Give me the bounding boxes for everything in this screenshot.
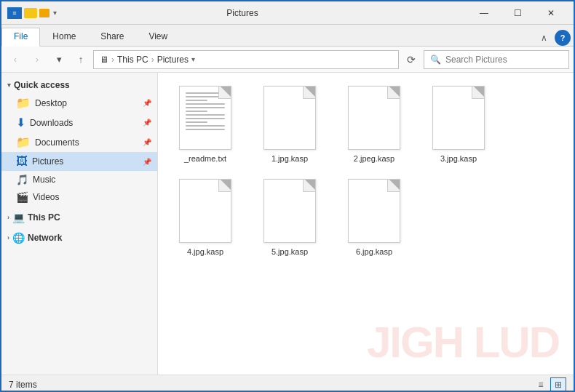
title-bar: ≡ ▾ Pictures — ☐ ✕ <box>1 1 574 25</box>
file-icon-2 <box>348 86 400 150</box>
network-icon: 🌐 <box>12 232 25 244</box>
file-item-2[interactable]: 2.jpeg.kasp <box>334 80 414 169</box>
file-item-4[interactable]: 4.jpg.kasp <box>165 173 245 262</box>
network-label: Network <box>28 233 62 243</box>
file-icon-3 <box>432 86 485 150</box>
file-name-1: 1.jpg.kasp <box>271 154 308 163</box>
quick-access-label: Quick access <box>14 80 70 90</box>
file-icon-readme <box>179 86 231 150</box>
pin-icon: 📌 <box>143 99 151 107</box>
refresh-button[interactable]: ⟳ <box>402 50 421 69</box>
tab-view[interactable]: View <box>136 28 180 47</box>
quick-access-header[interactable]: ▾ Quick access <box>1 77 157 93</box>
chevron-icon: ▾ <box>7 81 11 89</box>
documents-folder-icon: 📁 <box>16 135 31 149</box>
path-pictures[interactable]: Pictures <box>157 55 189 65</box>
file-name-5: 5.jpg.kasp <box>271 247 308 256</box>
close-button[interactable]: ✕ <box>534 1 568 25</box>
maximize-button[interactable]: ☐ <box>501 1 534 25</box>
details-view-button[interactable]: ≡ <box>533 377 549 392</box>
content-area: _readme.txt 1.jpg.kasp 2.jpeg.kasp <box>158 73 574 375</box>
file-item-3[interactable]: 3.jpg.kasp <box>419 80 499 169</box>
file-name-2: 2.jpeg.kasp <box>354 154 394 163</box>
file-item-6[interactable]: 6.jpg.kasp <box>334 173 414 262</box>
ribbon-tabs: File Home Share View ∧ ? <box>1 25 574 47</box>
item-count: 7 items <box>9 380 37 390</box>
path-dropdown-icon[interactable]: ▾ <box>191 55 195 63</box>
pin-icon-documents: 📌 <box>143 138 151 146</box>
pin-icon-pictures: 📌 <box>143 158 151 166</box>
file-name-4: 4.jpg.kasp <box>187 247 223 256</box>
tab-file[interactable]: File <box>1 28 40 47</box>
pin-icon-title: ▾ <box>53 9 57 17</box>
ribbon-collapse-button[interactable]: ∧ <box>536 30 552 46</box>
search-icon: 🔍 <box>430 55 441 65</box>
file-icon-1 <box>263 86 316 150</box>
app-icon: ≡ <box>7 7 22 19</box>
search-box[interactable]: 🔍 <box>424 50 569 69</box>
tab-home[interactable]: Home <box>40 28 88 47</box>
file-item-1[interactable]: 1.jpg.kasp <box>250 80 330 169</box>
search-input[interactable] <box>445 55 563 65</box>
desktop-folder-icon: 📁 <box>16 96 31 110</box>
window-controls: — ☐ ✕ <box>467 1 568 25</box>
path-this-pc[interactable]: This PC <box>117 55 148 65</box>
window-title: Pictures <box>61 8 424 18</box>
watermark: JIGH LUD <box>367 317 559 367</box>
path-icon: 🖥 <box>100 55 108 65</box>
quick-access-section: ▾ Quick access 📁 Desktop 📌 ⬇ Downloads 📌… <box>1 77 157 206</box>
sidebar-item-videos-label: Videos <box>33 192 59 202</box>
address-path[interactable]: 🖥 › This PC › Pictures ▾ <box>93 50 399 69</box>
file-icon-6 <box>348 179 400 243</box>
file-icon-4 <box>179 179 231 243</box>
up-button[interactable]: ↑ <box>71 50 90 69</box>
file-name-readme: _readme.txt <box>184 154 226 163</box>
folder-icon-title <box>24 8 37 18</box>
file-item-readme[interactable]: _readme.txt <box>165 80 245 169</box>
path-separator-2: › <box>151 55 154 65</box>
pin-icon-downloads: 📌 <box>143 119 151 127</box>
help-button[interactable]: ? <box>555 30 571 46</box>
path-separator: › <box>111 55 114 65</box>
ribbon-right: ∧ ? <box>536 30 574 46</box>
sidebar-item-music[interactable]: 🎵 Music <box>1 171 157 188</box>
sidebar-item-pictures[interactable]: 🖼 Pictures 📌 <box>1 152 157 171</box>
videos-icon: 🎬 <box>16 191 28 203</box>
large-icons-view-button[interactable]: ⊞ <box>550 377 566 392</box>
network-section: › 🌐 Network <box>1 229 157 247</box>
this-pc-chevron: › <box>7 214 9 221</box>
title-bar-icons: ≡ ▾ <box>7 7 57 19</box>
sidebar-item-desktop-label: Desktop <box>35 98 67 108</box>
this-pc-header[interactable]: › 💻 This PC <box>1 209 157 226</box>
address-bar: ‹ › ▾ ↑ 🖥 › This PC › Pictures ▾ ⟳ 🔍 <box>1 47 574 73</box>
sidebar-item-desktop[interactable]: 📁 Desktop 📌 <box>1 93 157 113</box>
network-header[interactable]: › 🌐 Network <box>1 229 157 247</box>
this-pc-label: This PC <box>28 212 60 223</box>
music-icon: 🎵 <box>16 174 28 185</box>
sidebar-item-downloads-label: Downloads <box>30 118 73 128</box>
sidebar-item-videos[interactable]: 🎬 Videos <box>1 188 157 206</box>
main-layout: ▾ Quick access 📁 Desktop 📌 ⬇ Downloads 📌… <box>1 73 574 375</box>
sidebar-item-music-label: Music <box>33 175 55 185</box>
this-pc-icon: 💻 <box>12 212 25 223</box>
this-pc-section: › 💻 This PC <box>1 209 157 226</box>
file-name-6: 6.jpg.kasp <box>356 247 392 256</box>
recent-locations-button[interactable]: ▾ <box>49 50 68 69</box>
pictures-folder-icon: 🖼 <box>16 155 28 168</box>
tab-share[interactable]: Share <box>88 28 136 47</box>
file-icon-5 <box>263 179 316 243</box>
file-item-5[interactable]: 5.jpg.kasp <box>250 173 330 262</box>
sidebar: ▾ Quick access 📁 Desktop 📌 ⬇ Downloads 📌… <box>1 73 158 375</box>
view-controls: ≡ ⊞ <box>533 377 566 392</box>
sidebar-item-documents[interactable]: 📁 Documents 📌 <box>1 132 157 152</box>
sidebar-item-pictures-label: Pictures <box>32 156 63 167</box>
sidebar-item-documents-label: Documents <box>35 137 79 148</box>
status-bar: 7 items ≡ ⊞ <box>1 375 574 392</box>
forward-button[interactable]: › <box>28 50 47 69</box>
folder-icon-small <box>39 9 49 17</box>
minimize-button[interactable]: — <box>467 1 501 25</box>
network-chevron: › <box>7 234 9 241</box>
downloads-folder-icon: ⬇ <box>16 116 25 129</box>
back-button[interactable]: ‹ <box>6 50 25 69</box>
sidebar-item-downloads[interactable]: ⬇ Downloads 📌 <box>1 113 157 132</box>
